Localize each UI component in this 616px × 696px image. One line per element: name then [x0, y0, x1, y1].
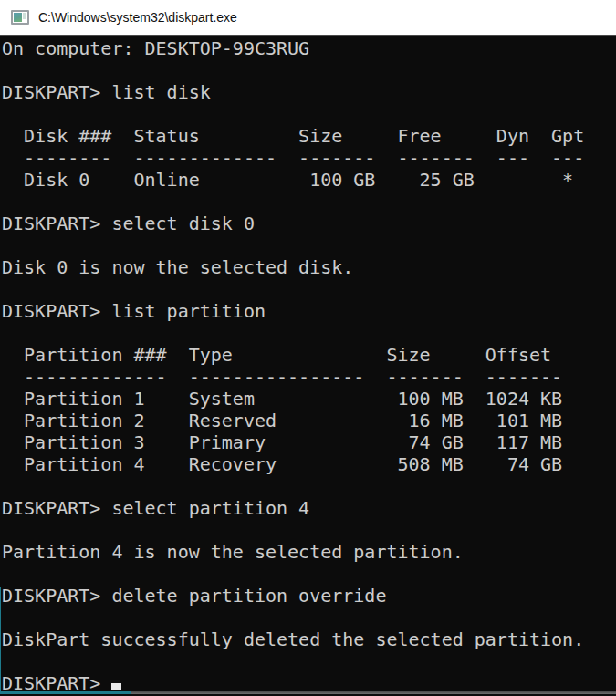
- terminal-line: DISKPART> list partition: [2, 300, 616, 322]
- horizontal-scrollbar[interactable]: [131, 691, 616, 694]
- title-bar[interactable]: C:\Windows\system32\diskpart.exe: [0, 0, 616, 36]
- terminal-line: [2, 191, 616, 213]
- terminal-line: [2, 650, 616, 672]
- terminal-line: DISKPART> list disk: [2, 81, 616, 103]
- terminal-line: ------------- ---------------- ------- -…: [2, 366, 616, 388]
- window-accent-border-left: [0, 587, 1, 694]
- terminal-line: [2, 103, 616, 125]
- terminal-line: [2, 322, 616, 344]
- terminal-line: -------- ------------- ------- ------- -…: [2, 147, 616, 169]
- terminal-line: [2, 278, 616, 300]
- terminal-line: Disk 0 Online 100 GB 25 GB *: [2, 169, 616, 191]
- terminal-line: [2, 563, 616, 585]
- window-accent-border-bottom: [0, 691, 131, 694]
- terminal-line: [2, 607, 616, 628]
- terminal-line: Partition 4 is now the selected partitio…: [2, 541, 616, 563]
- terminal-line: [2, 519, 616, 541]
- terminal-line: Partition 1 System 100 MB 1024 KB: [2, 388, 616, 410]
- terminal-line: On computer: DESKTOP-99C3RUG: [2, 37, 616, 59]
- diskpart-window: C:\Windows\system32\diskpart.exe On comp…: [0, 0, 616, 696]
- terminal-line: DISKPART> select partition 4: [2, 497, 616, 519]
- console-icon-panel: [23, 13, 26, 19]
- terminal-line: [2, 59, 616, 81]
- console-icon-screen: [14, 13, 22, 22]
- terminal-line: Partition ### Type Size Offset: [2, 344, 616, 366]
- terminal-line: [2, 234, 616, 256]
- terminal-line: Partition 4 Recovery 508 MB 74 GB: [2, 453, 616, 475]
- terminal-line: Partition 3 Primary 74 GB 117 MB: [2, 431, 616, 453]
- terminal-line: DISKPART> select disk 0: [2, 213, 616, 234]
- terminal-line: Disk ### Status Size Free Dyn Gpt: [2, 125, 616, 147]
- terminal-output: On computer: DESKTOP-99C3RUGDISKPART> li…: [2, 37, 616, 672]
- terminal-line: Partition 2 Reserved 16 MB 101 MB: [2, 410, 616, 431]
- terminal-line: DISKPART> delete partition override: [2, 585, 616, 607]
- console-app-icon[interactable]: [11, 10, 29, 25]
- window-title: C:\Windows\system32\diskpart.exe: [38, 10, 237, 25]
- terminal-line: [2, 475, 616, 497]
- text-cursor: [111, 683, 121, 690]
- terminal-line: DiskPart successfully deleted the select…: [2, 628, 616, 650]
- terminal[interactable]: On computer: DESKTOP-99C3RUGDISKPART> li…: [0, 36, 616, 694]
- terminal-line: Disk 0 is now the selected disk.: [2, 256, 616, 278]
